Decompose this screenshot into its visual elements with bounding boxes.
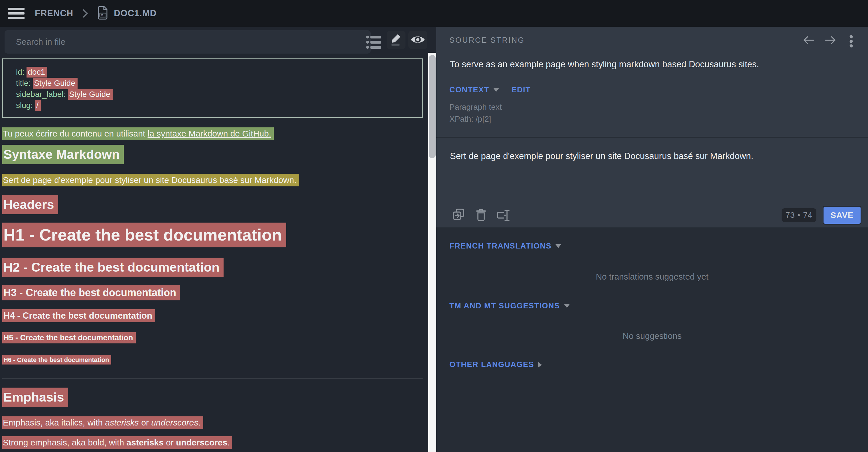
emphasis-paragraph[interactable]: Emphasis, aka italics, with asterisks or… <box>2 418 203 427</box>
string-highlight[interactable]: Syntaxe Markdown <box>2 145 124 164</box>
frontmatter-block: id: doc1 title: Style Guide sidebar_labe… <box>2 58 423 118</box>
pencil-icon <box>390 33 402 47</box>
heading-syntaxe-markdown[interactable]: Syntaxe Markdown <box>2 147 124 162</box>
delete-translation-icon[interactable] <box>476 208 487 222</box>
frontmatter-line[interactable]: sidebar_label: Style Guide <box>16 89 422 100</box>
context-edit-link[interactable]: EDIT <box>512 86 531 94</box>
text-cursor-icon[interactable] <box>496 209 510 223</box>
heading-h3[interactable]: H3 - Create the best documentation <box>2 287 180 299</box>
string-highlight[interactable]: Style Guide <box>68 89 113 100</box>
heading-h1[interactable]: H1 - Create the best documentation <box>2 225 286 244</box>
chevron-down-icon <box>556 244 561 248</box>
strong-paragraph[interactable]: Strong emphasis, aka bold, with asterisk… <box>2 438 232 447</box>
chevron-down-icon <box>564 304 570 308</box>
section-tm-mt-suggestions[interactable]: TM AND MT SUGGESTIONS <box>450 301 570 310</box>
source-string-title: SOURCE STRING <box>450 36 525 45</box>
context-type: Paragraph text <box>450 103 502 112</box>
markdown-file-icon: M↓ <box>98 6 108 21</box>
string-highlight[interactable]: H4 - Create the best documentation <box>2 309 155 322</box>
heading-headers[interactable]: Headers <box>2 197 58 212</box>
string-highlight[interactable]: Style Guide <box>33 78 78 89</box>
scrollbar-track[interactable] <box>428 53 436 452</box>
string-highlight[interactable]: Emphasis <box>2 388 68 407</box>
breadcrumb-language[interactable]: FRENCH <box>35 8 73 19</box>
section-french-translations[interactable]: FRENCH TRANSLATIONS <box>450 242 561 251</box>
breadcrumb-chevron-icon <box>82 8 89 19</box>
context-xpath: XPath: /p[2] <box>450 115 491 124</box>
kebab-menu-icon[interactable] <box>849 35 853 49</box>
selected-string-highlight[interactable]: Sert de page d'exemple pour styliser un … <box>2 174 299 186</box>
french-translations-empty: No translations suggested yet <box>436 272 868 282</box>
string-highlight[interactable]: doc1 <box>27 67 47 77</box>
heading-h6[interactable]: H6 - Create the best documentation <box>2 356 111 364</box>
heading-h4[interactable]: H4 - Create the best documentation <box>2 311 155 321</box>
string-highlight[interactable]: H3 - Create the best documentation <box>2 285 180 300</box>
chevron-down-icon <box>493 88 499 92</box>
frontmatter-line[interactable]: slug: / <box>16 100 422 111</box>
string-highlight: Tu peux écrire du contenu en utilisant l… <box>2 127 274 140</box>
frontmatter-line[interactable]: title: Style Guide <box>16 77 422 89</box>
breadcrumb-file[interactable]: M↓ DOC1.MD <box>98 6 157 21</box>
frontmatter-line[interactable]: id: doc1 <box>16 66 422 77</box>
translation-panel: SOURCE STRING To serve as an example pag… <box>436 27 868 452</box>
selected-paragraph[interactable]: Sert de page d'exemple pour styliser un … <box>2 175 299 185</box>
document-preview: id: doc1 title: Style Guide sidebar_labe… <box>0 57 428 452</box>
edit-mode-button[interactable] <box>387 31 405 49</box>
source-text: To serve as an example page when styling… <box>450 59 759 69</box>
string-highlight[interactable]: H2 - Create the best documentation <box>2 258 223 277</box>
string-highlight: Emphasis, aka italics, with asterisks or… <box>2 416 203 429</box>
section-other-languages[interactable]: OTHER LANGUAGES <box>450 360 542 369</box>
string-highlight: Strong emphasis, aka bold, with asterisk… <box>2 436 232 449</box>
tm-mt-empty: No suggestions <box>436 331 868 341</box>
insert-source-icon[interactable] <box>452 208 465 223</box>
previous-string-button[interactable] <box>802 35 815 46</box>
heading-h2[interactable]: H2 - Create the best documentation <box>2 260 223 275</box>
search-input[interactable] <box>5 30 371 54</box>
scrollbar-thumb[interactable] <box>429 55 436 158</box>
string-highlight[interactable]: H6 - Create the best documentation <box>2 355 111 364</box>
horizontal-rule <box>2 378 423 379</box>
context-toggle[interactable]: CONTEXT <box>450 86 489 94</box>
string-list-icon[interactable] <box>366 34 381 50</box>
breadcrumb-file-name: DOC1.MD <box>114 8 157 19</box>
char-counter-badge: 73 • 74 <box>782 208 816 222</box>
card-divider <box>436 137 868 138</box>
string-highlight[interactable]: H1 - Create the best documentation <box>2 223 286 247</box>
eye-icon <box>410 34 425 45</box>
chevron-right-icon <box>538 362 542 368</box>
heading-emphasis[interactable]: Emphasis <box>2 390 68 405</box>
doc-link[interactable]: la syntaxe Markdown de GitHub. <box>148 129 272 138</box>
preview-mode-button[interactable] <box>408 31 427 49</box>
save-button[interactable]: SAVE <box>823 206 862 225</box>
file-preview-panel: id: doc1 title: Style Guide sidebar_labe… <box>0 27 436 452</box>
source-string-card: SOURCE STRING To serve as an example pag… <box>436 27 868 227</box>
string-highlight[interactable]: Headers <box>2 195 58 214</box>
translation-input[interactable]: Sert de page d'exemple pour styliser un … <box>450 151 753 161</box>
menu-icon[interactable] <box>8 5 25 21</box>
next-string-button[interactable] <box>824 35 837 46</box>
intro-paragraph[interactable]: Tu peux écrire du contenu en utilisant l… <box>2 129 274 138</box>
string-highlight[interactable]: / <box>35 100 41 111</box>
string-highlight[interactable]: H5 - Create the best documentation <box>2 332 136 344</box>
top-bar: FRENCH M↓ DOC1.MD <box>0 0 868 27</box>
svg-text:M↓: M↓ <box>101 13 105 17</box>
heading-h5[interactable]: H5 - Create the best documentation <box>2 333 136 342</box>
